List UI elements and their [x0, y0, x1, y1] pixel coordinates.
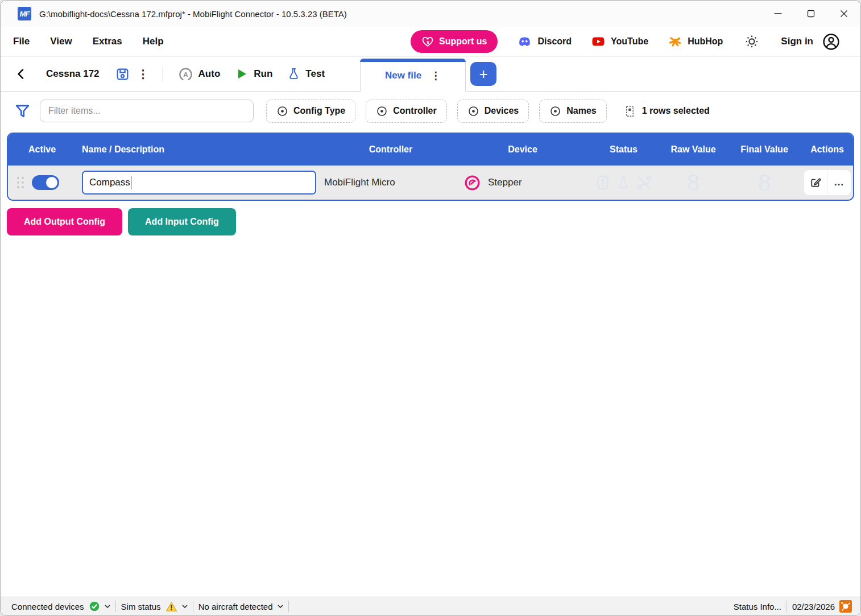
discord-button[interactable]: Discord	[517, 35, 572, 48]
run-button[interactable]: Run	[235, 67, 272, 81]
circle-dot-icon	[376, 105, 388, 117]
add-tab-button[interactable]: +	[470, 62, 496, 86]
circle-dot-icon	[549, 105, 561, 117]
table-row[interactable]: Compass MobiFlight Micro Stepper	[8, 166, 853, 200]
aircraft-label: No aircraft detected	[198, 602, 273, 611]
sim-status-label: Sim status	[121, 602, 161, 611]
filter-chip-devices[interactable]: Devices	[457, 100, 529, 123]
project-kebab-menu[interactable]: ⋮	[132, 68, 155, 80]
status-cell	[588, 174, 659, 191]
main-menu: File View Extras Help	[13, 36, 164, 47]
auto-run-toggle[interactable]: A Auto	[178, 67, 221, 82]
support-us-label: Support us	[439, 36, 487, 47]
menu-help[interactable]: Help	[143, 36, 164, 47]
test-flask-icon	[287, 67, 300, 81]
date-label: 02/23/2026	[792, 602, 835, 611]
filter-funnel-icon	[14, 103, 31, 119]
sim-status-dropdown[interactable]: Sim status	[116, 597, 193, 615]
toolbar: Cessna 172 ⋮ A Auto Run	[1, 57, 860, 92]
col-header-raw-value: Raw Value	[659, 144, 727, 155]
test-label: Test	[305, 68, 325, 80]
row-more-button[interactable]: …	[827, 170, 851, 195]
name-input[interactable]: Compass	[82, 171, 316, 195]
sim-warning-icon	[165, 601, 177, 612]
avatar-icon	[822, 33, 840, 51]
sun-icon	[744, 34, 759, 49]
support-us-button[interactable]: $ Support us	[411, 30, 498, 53]
raw-value: 8	[687, 171, 699, 194]
drag-handle[interactable]	[17, 177, 24, 188]
filter-chip-controller[interactable]: Controller	[366, 100, 446, 123]
tab-kebab-menu[interactable]: ⋮	[430, 69, 441, 82]
status-bar: Connected devices Sim status No aircraft…	[1, 597, 860, 615]
status-info-label: Status Info...	[734, 602, 781, 611]
circle-dot-icon	[467, 105, 479, 117]
sign-in-button[interactable]: Sign in	[781, 33, 840, 51]
col-header-controller: Controller	[324, 144, 457, 155]
col-header-actions: Actions	[801, 144, 853, 155]
chevron-down-icon	[105, 605, 110, 609]
table-header: Active Name / Description Controller Dev…	[8, 134, 853, 166]
filter-bar: Config Type Controller Devices Names 1 r…	[1, 92, 860, 130]
col-header-status: Status	[588, 144, 659, 155]
close-icon	[838, 7, 850, 20]
youtube-icon	[591, 35, 606, 48]
ellipsis-icon: …	[834, 180, 845, 184]
active-toggle[interactable]	[32, 175, 59, 190]
rows-selected-indicator: 1 rows selected	[624, 105, 710, 118]
menubar: File View Extras Help $ Support us Disco…	[1, 27, 860, 57]
close-button[interactable]	[827, 1, 860, 27]
maximize-button[interactable]	[794, 1, 827, 27]
edit-pencil-icon	[809, 176, 822, 189]
add-input-config-button[interactable]: Add Input Config	[128, 208, 236, 235]
chip-label: Names	[566, 106, 596, 116]
stepper-gauge-icon	[464, 175, 481, 191]
devices-ok-icon	[89, 601, 100, 612]
chevron-down-icon	[278, 605, 283, 609]
youtube-label: YouTube	[611, 36, 648, 47]
minimize-icon	[772, 7, 784, 20]
discord-icon	[517, 35, 532, 48]
hubhop-button[interactable]: HubHop	[668, 35, 723, 48]
back-chevron-icon	[14, 67, 28, 81]
chevron-down-icon	[182, 605, 188, 609]
discord-label: Discord	[537, 36, 572, 47]
empty-workspace	[1, 235, 860, 597]
filter-chip-names[interactable]: Names	[539, 100, 606, 123]
precondition-status-icon	[595, 174, 611, 191]
menu-view[interactable]: View	[50, 36, 72, 47]
youtube-button[interactable]: YouTube	[591, 35, 648, 48]
minimize-button[interactable]	[761, 1, 794, 27]
chip-label: Controller	[393, 106, 436, 116]
simconnect-icon	[839, 600, 852, 613]
status-info-button[interactable]: Status Info...	[728, 597, 787, 615]
run-label: Run	[254, 68, 272, 80]
name-input-value: Compass	[89, 177, 130, 188]
edit-row-button[interactable]	[804, 170, 827, 195]
selection-icon	[624, 105, 636, 118]
svg-text:A: A	[183, 70, 188, 78]
test-button[interactable]: Test	[287, 67, 325, 81]
menubar-actions: $ Support us Discord YouTube	[411, 30, 840, 53]
connected-devices-label: Connected devices	[11, 602, 84, 611]
menu-extras[interactable]: Extras	[93, 36, 122, 47]
chip-label: Devices	[485, 106, 519, 116]
project-name: Cessna 172	[46, 68, 100, 80]
filter-chip-config-type[interactable]: Config Type	[266, 100, 355, 123]
add-output-config-button[interactable]: Add Output Config	[7, 208, 122, 235]
col-header-name: Name / Description	[82, 144, 324, 155]
menu-file[interactable]: File	[13, 36, 30, 47]
test-status-icon	[616, 175, 630, 191]
save-button[interactable]	[113, 65, 132, 84]
final-value: 8	[758, 171, 771, 194]
filter-input[interactable]	[40, 100, 254, 122]
aircraft-dropdown[interactable]: No aircraft detected	[193, 597, 288, 615]
back-button[interactable]	[12, 65, 30, 83]
svg-text:$: $	[427, 40, 429, 45]
tab-new-file[interactable]: New file ⋮	[360, 59, 466, 92]
sign-in-label: Sign in	[781, 36, 813, 47]
auto-icon: A	[178, 67, 193, 82]
connected-devices-dropdown[interactable]: Connected devices	[6, 597, 115, 615]
theme-toggle-button[interactable]	[742, 32, 761, 51]
window-title: G:\mobiflight-docs\Cessna 172.mfproj* - …	[39, 9, 347, 19]
